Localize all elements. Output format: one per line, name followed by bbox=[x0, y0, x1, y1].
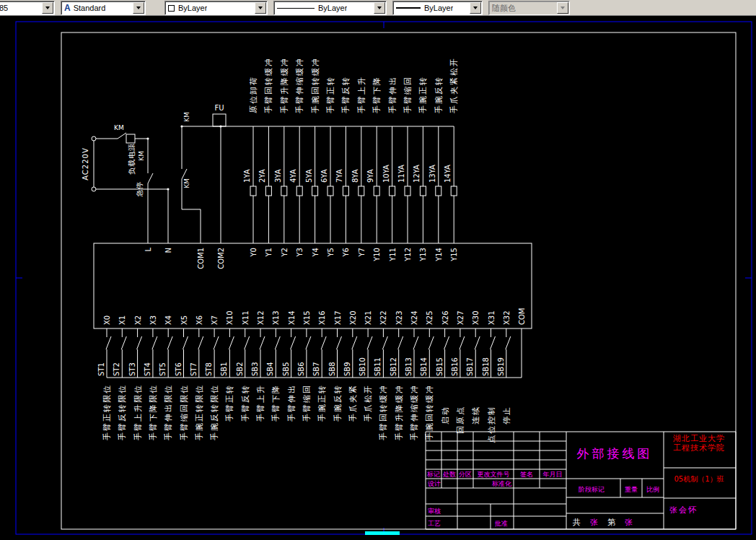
input-description: 手臂上升限位 bbox=[133, 384, 143, 440]
layer-combo[interactable]: 85 bbox=[0, 1, 55, 15]
plc-bottom-terminal: X5 bbox=[180, 315, 188, 325]
plc-top-terminal: Y10 bbox=[373, 248, 381, 262]
input-description: 手爪夹紧 bbox=[348, 384, 358, 422]
chevron-down-icon bbox=[473, 6, 478, 9]
km-label: KM bbox=[183, 112, 190, 122]
input-description: 手臂反转 bbox=[241, 384, 250, 422]
sheet-label: 共 bbox=[572, 518, 581, 527]
output-description: 手臂下降 bbox=[372, 76, 382, 113]
input-description: 手臂缩回 bbox=[302, 384, 312, 422]
coil-label: 1YA bbox=[243, 169, 251, 183]
plc-bottom-terminal: X22 bbox=[379, 310, 387, 325]
switch-label: ST4 bbox=[144, 362, 151, 376]
input-description: 手腕反转限位 bbox=[210, 384, 219, 440]
plc-bottom-terminal: X3 bbox=[149, 315, 157, 325]
output-description: 手臂伸缩缓冲 bbox=[295, 57, 304, 113]
km-label: KM bbox=[114, 124, 124, 131]
lineweight-combo-arrow[interactable] bbox=[470, 2, 481, 14]
color-combo[interactable]: ByLayer bbox=[164, 1, 268, 15]
plc-top-terminal: COM2 bbox=[217, 248, 225, 269]
input-description: 手臂下降 bbox=[271, 384, 281, 422]
cad-drawing-canvas[interactable]: KMKMAC220V负载电源急停KMKMFU原位卸荷1YA手臂回转缓冲2YA手臂… bbox=[0, 0, 756, 540]
text-style-value: Standard bbox=[74, 4, 106, 12]
input-description: 手臂伸出 bbox=[287, 384, 296, 422]
switch-label: SB2 bbox=[236, 362, 244, 376]
power-circuit: KMKMAC220V负载电源急停KMKMFU bbox=[82, 104, 226, 243]
switch-label: SB1 bbox=[220, 362, 228, 376]
input-description: 点位控制 bbox=[487, 406, 496, 443]
chevron-down-icon bbox=[561, 6, 565, 9]
switch-label: SB3 bbox=[251, 362, 259, 376]
plc-bottom-terminal: X21 bbox=[364, 310, 372, 325]
layer-combo-arrow[interactable] bbox=[42, 2, 53, 14]
switch-label: SB9 bbox=[343, 362, 351, 376]
stage-label: 阶段标记 bbox=[579, 486, 605, 493]
plotstyle-combo: 随颜色 bbox=[488, 1, 570, 15]
input-description: 回原点 bbox=[456, 406, 465, 434]
input-section: ST1手臂正转限位ST2手臂反转限位ST3手臂上升限位ST4手臂下降限位ST5手… bbox=[97, 328, 522, 443]
switch-label: ST7 bbox=[190, 362, 198, 376]
input-description: 手臂回转缓冲 bbox=[379, 384, 388, 440]
plc-bottom-terminal: X0 bbox=[103, 315, 111, 325]
check-label: 审核 bbox=[428, 508, 441, 515]
output-description: 手腕回转缓冲 bbox=[311, 57, 320, 113]
switch-label: ST2 bbox=[113, 362, 120, 376]
input-description: 手腕反转 bbox=[333, 384, 343, 422]
text-style-combo[interactable]: A Standard bbox=[61, 1, 146, 15]
switch-label: SB16 bbox=[451, 357, 459, 376]
input-description: 手爪松开 bbox=[364, 384, 373, 422]
output-description: 手臂正转 bbox=[326, 76, 335, 113]
output-description: 手臂伸出 bbox=[388, 76, 397, 113]
input-description: 手臂反转限位 bbox=[118, 384, 127, 440]
switch-label: SB12 bbox=[390, 357, 397, 376]
switch-label: ST8 bbox=[205, 362, 213, 376]
input-description: 手臂伸出限位 bbox=[164, 384, 173, 440]
plc-top-terminal: Y0 bbox=[250, 248, 258, 257]
input-description: 连续 bbox=[471, 406, 480, 424]
process-label: 工艺 bbox=[428, 520, 441, 527]
title-block: 标记处数分区更改文件号签名年月日设计标准化审核工艺批准阶段标记重量比例外部接线图… bbox=[426, 432, 736, 529]
linetype-combo-arrow[interactable] bbox=[374, 2, 385, 14]
plc-top-terminal: N bbox=[164, 248, 172, 253]
layer-combo-value: 85 bbox=[0, 4, 8, 12]
coil-label: 11YA bbox=[397, 165, 405, 183]
color-combo-value: ByLayer bbox=[178, 4, 207, 12]
switch-label: SB17 bbox=[466, 357, 474, 376]
switch-label: SB6 bbox=[297, 362, 305, 376]
text-style-arrow[interactable] bbox=[133, 2, 144, 14]
color-swatch-icon bbox=[168, 5, 175, 12]
switch-label: SB11 bbox=[374, 357, 382, 376]
switch-label: SB8 bbox=[328, 362, 336, 376]
input-description: 手臂下降限位 bbox=[149, 384, 158, 440]
output-description: 原位卸荷 bbox=[249, 76, 258, 113]
switch-label: SB15 bbox=[436, 357, 444, 376]
plc-bottom-terminal: X17 bbox=[334, 310, 342, 325]
linetype-combo[interactable]: ByLayer bbox=[273, 1, 387, 15]
color-combo-arrow[interactable] bbox=[255, 2, 266, 14]
km-label: KM bbox=[138, 151, 145, 161]
design-label: 设计 bbox=[428, 480, 441, 487]
sheet-label: 第 bbox=[607, 518, 615, 527]
approve-label: 批准 bbox=[494, 520, 508, 527]
output-description: 手臂回转缓冲 bbox=[264, 57, 273, 113]
plc-bottom-terminal: X1 bbox=[118, 315, 126, 325]
plc-bottom-terminal: X27 bbox=[457, 310, 465, 325]
plc-bottom-terminal: X25 bbox=[426, 310, 434, 325]
plc-bottom-terminal: X24 bbox=[410, 310, 418, 325]
lineweight-combo[interactable]: ByLayer bbox=[392, 1, 483, 15]
switch-label: SB14 bbox=[420, 357, 428, 376]
output-section: 原位卸荷1YA手臂回转缓冲2YA手臂升降缓冲3YA手臂伸缩缓冲4YA手腕回转缓冲… bbox=[182, 57, 459, 243]
coil-label: 5YA bbox=[305, 169, 313, 183]
output-description: 手腕反转 bbox=[434, 76, 444, 113]
plc-top-terminal: Y3 bbox=[296, 248, 304, 257]
plc-bottom-terminal: X2 bbox=[134, 315, 142, 325]
rev-header: 更改文件号 bbox=[478, 471, 510, 478]
switch-label: SB13 bbox=[405, 357, 413, 376]
weight-label: 重量 bbox=[625, 486, 638, 493]
text-style-icon: A bbox=[64, 3, 71, 13]
properties-toolbar: 85 A Standard ByLayer ByLayer ByLayer 随颜… bbox=[0, 0, 756, 16]
coil-label: 3YA bbox=[274, 169, 282, 183]
rev-header: 分区 bbox=[459, 471, 472, 478]
plc-bottom-terminal: X10 bbox=[226, 310, 234, 325]
plc-top-terminal: Y15 bbox=[450, 248, 458, 262]
